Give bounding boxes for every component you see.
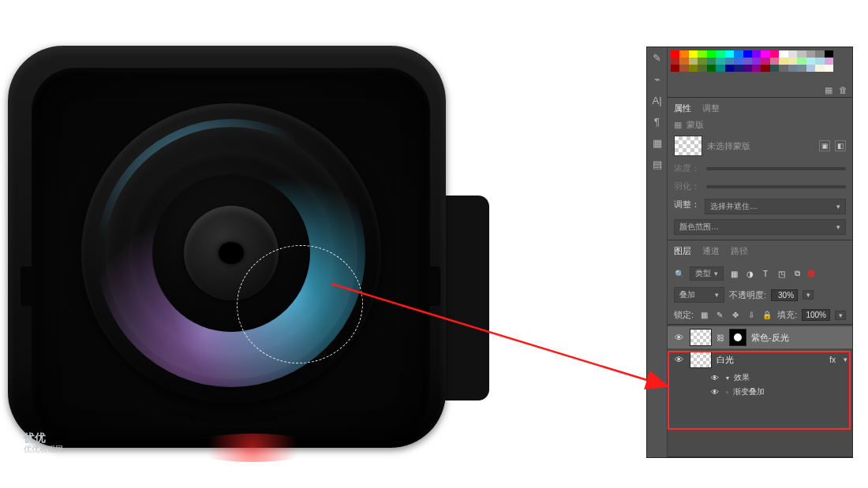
feather-slider[interactable] — [706, 185, 846, 188]
swatch[interactable] — [707, 58, 716, 65]
swatch[interactable] — [806, 65, 815, 72]
filter-shape-icon[interactable]: ◳ — [776, 269, 787, 278]
swatch[interactable] — [689, 65, 698, 72]
layer-row[interactable]: 👁 ⛓ 紫色-反光 — [668, 326, 852, 348]
fill-input[interactable]: 100% — [802, 309, 830, 321]
swatch[interactable] — [797, 50, 806, 58]
lock-position-icon[interactable]: ✥ — [730, 311, 741, 320]
swatch[interactable] — [734, 58, 743, 65]
swatch[interactable] — [743, 50, 752, 58]
swatch[interactable] — [698, 65, 706, 72]
mask-thumbnail[interactable] — [674, 136, 702, 156]
swatch[interactable] — [797, 58, 806, 65]
swatch[interactable] — [734, 65, 743, 72]
layer-name[interactable]: 白光 — [716, 354, 734, 366]
swatch[interactable] — [797, 65, 806, 72]
lock-transparency-icon[interactable]: ▦ — [698, 311, 709, 320]
visibility-toggle[interactable]: 👁 — [672, 333, 685, 342]
tab-adjustments[interactable]: 调整 — [702, 102, 720, 114]
swatch[interactable] — [815, 50, 824, 58]
link-icon[interactable]: ⛓ — [716, 333, 724, 342]
swatch[interactable] — [716, 50, 724, 58]
filter-pixel-icon[interactable]: ▦ — [728, 269, 739, 278]
swatch[interactable] — [770, 65, 779, 72]
swatch[interactable] — [788, 50, 797, 58]
swatch[interactable] — [806, 50, 815, 58]
swatch[interactable] — [679, 50, 688, 58]
rail-icon[interactable]: ⌁ — [654, 73, 660, 85]
swatch[interactable] — [734, 50, 743, 58]
filter-toggle[interactable] — [807, 270, 815, 278]
filter-type-icon[interactable]: T — [760, 269, 771, 278]
swatch[interactable] — [689, 50, 698, 58]
swatch[interactable] — [725, 58, 734, 65]
swatch[interactable] — [698, 50, 706, 58]
density-slider[interactable] — [706, 167, 846, 170]
swatch[interactable] — [698, 58, 706, 65]
effects-header[interactable]: 👁 ▾ 效果 — [668, 371, 852, 385]
swatch[interactable] — [743, 65, 752, 72]
lock-artboard-icon[interactable]: ⇩ — [746, 311, 757, 320]
effect-item[interactable]: 👁 ◦ 渐变叠加 — [668, 385, 852, 399]
filter-adjust-icon[interactable]: ◑ — [744, 269, 755, 278]
lock-image-icon[interactable]: ✎ — [714, 311, 725, 320]
tab-paths[interactable]: 路径 — [731, 245, 748, 257]
swatch[interactable] — [779, 50, 788, 58]
opacity-stepper[interactable]: ▾ — [803, 290, 814, 300]
fx-badge[interactable]: fx — [829, 356, 839, 364]
document-canvas[interactable]: 优优 优优教程网 — [0, 38, 489, 464]
tab-properties[interactable]: 属性 — [674, 102, 691, 114]
lock-all-icon[interactable]: 🔒 — [761, 311, 773, 320]
layer-name[interactable]: 紫色-反光 — [751, 332, 789, 344]
layer-row[interactable]: 👁 白光 fx ▾ — [668, 348, 852, 371]
select-and-mask-button[interactable]: 选择并遮住…▾ — [705, 199, 846, 214]
swatch[interactable] — [825, 65, 833, 72]
layer-thumbnail[interactable] — [690, 329, 712, 346]
swatch[interactable] — [761, 58, 769, 65]
visibility-toggle[interactable]: 👁 — [709, 388, 721, 397]
add-pixel-mask-icon[interactable]: ▣ — [819, 140, 830, 151]
swatch[interactable] — [779, 58, 788, 65]
swatch[interactable] — [770, 58, 779, 65]
swatch[interactable] — [725, 65, 734, 72]
filter-kind-dropdown[interactable]: 类型▾ — [690, 266, 724, 281]
color-range-button[interactable]: 颜色范围…▾ — [674, 219, 846, 235]
rail-icon[interactable]: ▤ — [653, 158, 662, 170]
swatch[interactable] — [707, 50, 716, 58]
rail-icon[interactable]: A| — [652, 95, 661, 106]
swatch[interactable] — [761, 50, 769, 58]
visibility-toggle[interactable]: 👁 — [709, 374, 721, 382]
swatch[interactable] — [716, 58, 724, 65]
visibility-toggle[interactable]: 👁 — [672, 355, 685, 364]
swatch[interactable] — [806, 58, 815, 65]
swatch[interactable] — [679, 58, 688, 65]
swatch[interactable] — [779, 65, 788, 72]
add-vector-mask-icon[interactable]: ◧ — [835, 140, 846, 151]
swatch[interactable] — [671, 65, 679, 72]
swatch[interactable] — [788, 58, 797, 65]
swatch[interactable] — [752, 65, 761, 72]
delete-swatch-icon[interactable]: 🗑 — [839, 85, 847, 95]
swatch[interactable] — [716, 65, 724, 72]
tab-channels[interactable]: 通道 — [702, 245, 720, 257]
rail-icon[interactable]: ▦ — [653, 137, 662, 149]
swatch[interactable] — [825, 58, 833, 65]
search-icon[interactable]: 🔍 — [674, 269, 685, 278]
filter-smart-icon[interactable]: ⧉ — [791, 269, 803, 278]
layer-mask-thumbnail[interactable] — [729, 329, 746, 346]
swatch[interactable] — [671, 50, 679, 58]
tab-layers[interactable]: 图层 — [674, 245, 691, 257]
fx-expand-icon[interactable]: ▾ — [844, 356, 847, 363]
swatch[interactable] — [761, 65, 769, 72]
rail-icon[interactable]: ✎ — [653, 52, 661, 64]
swatch[interactable] — [815, 65, 824, 72]
swatch[interactable] — [725, 50, 734, 58]
swatch[interactable] — [679, 65, 688, 72]
layer-thumbnail[interactable] — [690, 351, 712, 368]
swatches-grid[interactable] — [671, 50, 833, 72]
swatch[interactable] — [788, 65, 797, 72]
swatch[interactable] — [752, 58, 761, 65]
swatch[interactable] — [815, 58, 824, 65]
opacity-input[interactable]: 30% — [771, 289, 798, 301]
swatch[interactable] — [689, 58, 698, 65]
